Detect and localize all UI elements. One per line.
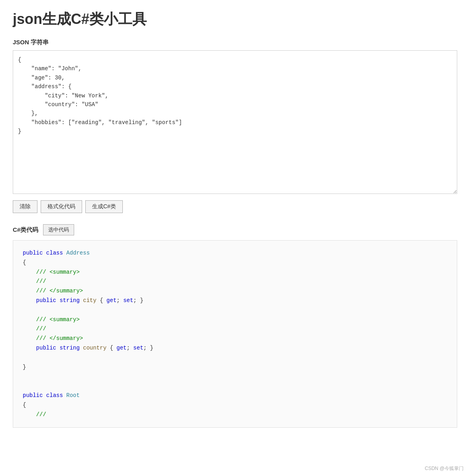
csharp-output: public class Address { /// <summary> ///… xyxy=(13,240,457,428)
generate-button[interactable]: 生成C#类 xyxy=(85,200,123,213)
format-button[interactable]: 格式化代码 xyxy=(41,200,82,213)
csharp-header: C#类代码 选中代码 xyxy=(13,224,457,235)
json-section-label: JSON 字符串 xyxy=(13,39,457,46)
action-buttons: 清除 格式化代码 生成C#类 xyxy=(13,200,457,213)
json-input[interactable]: { "name": "John", "age": 30, "address": … xyxy=(13,50,457,194)
json-input-wrapper: { "name": "John", "age": 30, "address": … xyxy=(13,50,457,196)
page-title: json生成C#类小工具 xyxy=(13,10,457,29)
csharp-section-label: C#类代码 xyxy=(13,226,38,234)
clear-button[interactable]: 清除 xyxy=(13,200,37,213)
select-code-button[interactable]: 选中代码 xyxy=(43,224,74,235)
